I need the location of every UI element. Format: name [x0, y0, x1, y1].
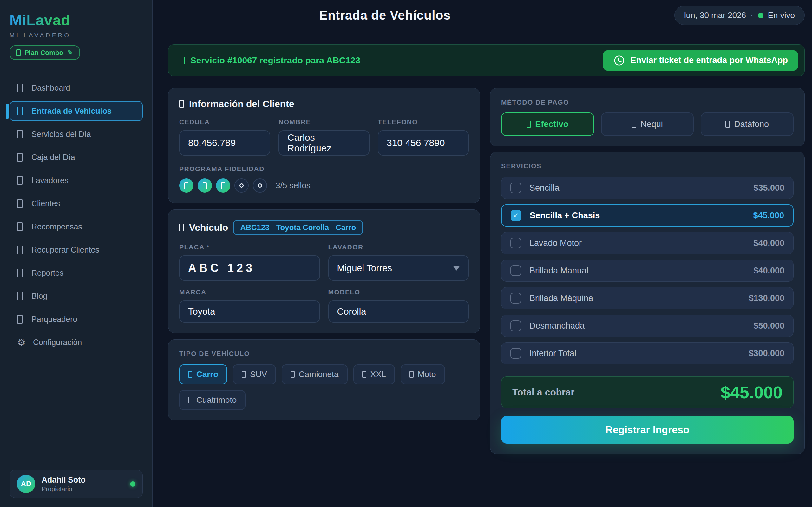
empty-stamp-ring-icon: [258, 183, 262, 187]
service-row-brillada-manual[interactable]: Brillada Manual $40.000: [501, 260, 794, 282]
service-checkbox[interactable]: [510, 348, 521, 359]
loyalty-stamp-empty: [253, 178, 267, 193]
service-checkbox[interactable]: [510, 320, 521, 331]
loyalty-stamps: 3/5 sellos: [179, 178, 469, 193]
sidebar-item-parqueadero[interactable]: Parqueadero: [9, 309, 143, 329]
type-button-suv[interactable]: SUV: [233, 364, 275, 384]
type-button-camioneta[interactable]: Camioneta: [282, 364, 348, 384]
payment-button-efectivo[interactable]: Efectivo: [501, 112, 594, 136]
service-name: Sencilla: [529, 183, 745, 193]
payment-buttons: Efectivo Nequi Datáfono: [501, 112, 794, 136]
modelo-input[interactable]: Corolla: [328, 300, 469, 323]
whatsapp-button-label: Enviar ticket de entrada por WhatsApp: [630, 55, 788, 65]
parking-icon: [17, 315, 22, 324]
sidebar-item-recompensas[interactable]: Recompensas: [9, 217, 143, 237]
services-label: SERVICIOS: [501, 162, 542, 170]
type-button-xxl[interactable]: XXL: [353, 364, 395, 384]
camioneta-icon: [291, 371, 295, 378]
sidebar-item-recuperar-clientes[interactable]: Recuperar Clientes: [9, 240, 143, 260]
cash-icon: [526, 121, 531, 128]
service-price: $300.000: [749, 349, 784, 358]
success-message: Servicio #10067 registrado para ABC123: [180, 55, 360, 66]
service-price: $130.000: [749, 293, 784, 303]
type-button-carro[interactable]: Carro: [179, 364, 227, 384]
success-check-icon: [180, 57, 185, 64]
right-column: MÉTODO DE PAGO Efectivo Nequi Datáfono: [490, 88, 805, 454]
placa-label: PLACA *: [179, 243, 320, 251]
service-checkbox[interactable]: [510, 182, 521, 193]
payment-button-datafono[interactable]: Datáfono: [701, 112, 794, 136]
cuatrimoto-icon: [188, 397, 192, 403]
payment-button-nequi[interactable]: Nequi: [601, 112, 694, 136]
sidebar-item-reportes[interactable]: Reportes: [9, 263, 143, 283]
sidebar-item-configuracion[interactable]: ⚙ Configuración: [9, 332, 143, 352]
modelo-label: MODELO: [328, 288, 469, 296]
service-checkbox-checked[interactable]: [511, 210, 521, 221]
service-row-brillada-maquina[interactable]: Brillada Máquina $130.000: [501, 287, 794, 309]
sidebar-item-caja-del-dia[interactable]: Caja del Día: [9, 147, 143, 167]
marca-input[interactable]: Toyota: [179, 300, 320, 323]
telefono-input[interactable]: 310 456 7890: [378, 130, 469, 156]
service-row-desmanchada[interactable]: Desmanchada $50.000: [501, 315, 794, 337]
left-column: Información del Cliente CÉDULA 80.456.78…: [168, 88, 480, 420]
payment-label: MÉTODO DE PAGO: [501, 99, 569, 106]
service-checkbox[interactable]: [510, 238, 521, 248]
service-name: Interior Total: [529, 349, 740, 358]
cedula-input[interactable]: 80.456.789: [179, 130, 270, 156]
nombre-input[interactable]: Carlos Rodríguez: [278, 130, 369, 156]
lavador-field-group: LAVADOR Miguel Torres: [328, 243, 469, 281]
app-logo: MiLavad: [9, 11, 70, 29]
sidebar-item-label: Dashboard: [32, 83, 70, 93]
type-button-cuatrimoto[interactable]: Cuatrimoto: [179, 390, 246, 410]
carro-icon: [188, 371, 192, 378]
service-checkbox[interactable]: [510, 265, 521, 276]
online-status-dot: [130, 481, 136, 487]
live-dot-icon: [758, 13, 763, 18]
sidebar-item-lavadores[interactable]: Lavadores: [9, 170, 143, 190]
service-row-lavado-motor[interactable]: Lavado Motor $40.000: [501, 232, 794, 254]
plan-badge[interactable]: Plan Combo ✎: [9, 45, 80, 60]
type-button-moto[interactable]: Moto: [401, 364, 445, 384]
sidebar-nav: Dashboard Entrada de Vehículos Servicios…: [9, 78, 143, 352]
service-row-sencilla[interactable]: Sencilla $35.000: [501, 177, 794, 199]
sidebar-item-label: Lavadores: [32, 176, 68, 185]
service-checkbox[interactable]: [510, 293, 521, 303]
total-value: $45.000: [721, 383, 782, 402]
lavador-select[interactable]: Miguel Torres: [328, 256, 469, 281]
avatar: AD: [17, 475, 35, 493]
stamp-icon: [203, 182, 207, 189]
sidebar-item-label: Clientes: [32, 199, 60, 208]
xxl-icon: [362, 371, 366, 378]
service-price: $40.000: [753, 238, 784, 248]
gear-icon: ⚙: [17, 338, 24, 347]
sidebar-item-servicios-del-dia[interactable]: Servicios del Día: [9, 124, 143, 144]
sidebar-item-label: Parqueadero: [32, 315, 78, 324]
service-price: $45.000: [753, 211, 784, 221]
sidebar: MiLavad MI LAVADERO Plan Combo ✎ Dashboa…: [0, 0, 153, 507]
cedula-field-group: CÉDULA 80.456.789: [179, 118, 270, 156]
page-header: Entrada de Vehículos lun, 30 mar 2026 · …: [305, 0, 805, 32]
loyalty-stamp-filled: [198, 178, 212, 193]
user-card[interactable]: AD Adahil Soto Propietario: [9, 469, 143, 498]
loyalty-stamp-empty: [235, 178, 249, 193]
service-name: Desmanchada: [529, 321, 745, 331]
sidebar-item-blog[interactable]: Blog: [9, 286, 143, 306]
total-panel: Total a cobrar $45.000: [501, 377, 794, 408]
app-subtitle: MI LAVADERO: [9, 32, 143, 39]
clients-icon: [17, 199, 22, 208]
user-role: Propietario: [42, 486, 86, 493]
sidebar-footer: AD Adahil Soto Propietario: [9, 461, 143, 498]
client-card-title: Información del Cliente: [179, 99, 469, 109]
whatsapp-ticket-button[interactable]: Enviar ticket de entrada por WhatsApp: [603, 50, 798, 71]
sidebar-item-clientes[interactable]: Clientes: [9, 193, 143, 214]
sidebar-item-entrada-vehiculos[interactable]: Entrada de Vehículos: [9, 101, 143, 121]
service-name: Sencilla + Chasis: [530, 211, 745, 221]
stamps-caption: 3/5 sellos: [275, 181, 310, 190]
service-name: Brillada Máquina: [529, 293, 740, 303]
register-income-button[interactable]: Registrar Ingreso: [501, 416, 794, 444]
placa-input[interactable]: ABC 123: [179, 256, 320, 281]
vehicle-summary-badge: ABC123 - Toyota Corolla - Carro: [233, 220, 363, 235]
service-row-sencilla-chasis[interactable]: Sencilla + Chasis $45.000: [501, 205, 794, 227]
sidebar-item-dashboard[interactable]: Dashboard: [9, 78, 143, 98]
service-row-interior-total[interactable]: Interior Total $300.000: [501, 342, 794, 364]
